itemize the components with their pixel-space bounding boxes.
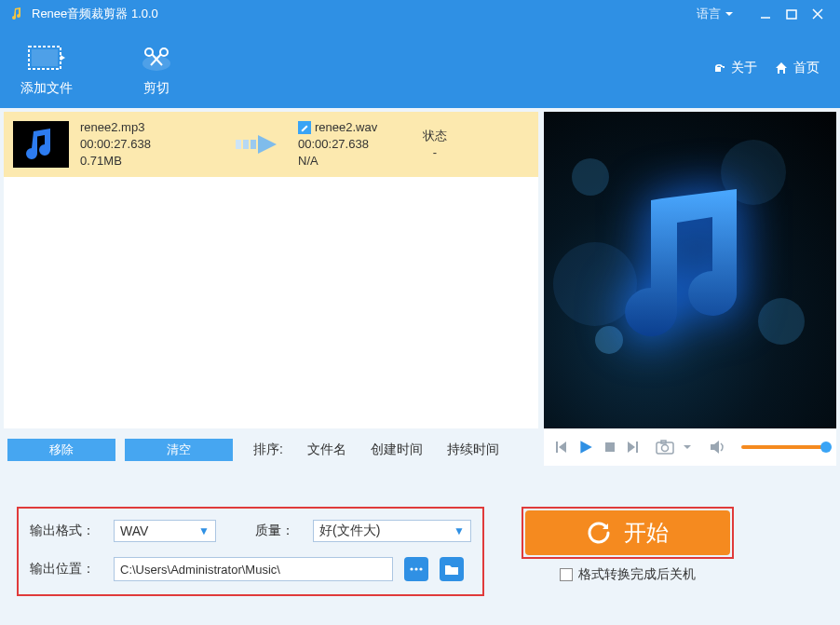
output-duration: 00:00:27.638 — [298, 136, 400, 153]
volume-slider[interactable] — [741, 445, 827, 449]
quality-select[interactable]: 好(文件大) ▼ — [313, 520, 471, 542]
format-value: WAV — [120, 523, 148, 538]
scissors-icon — [138, 39, 175, 76]
status-value: - — [433, 144, 437, 161]
thumbnail — [13, 121, 69, 168]
svg-point-16 — [662, 445, 669, 452]
title-bar: Renee音频裁剪器 1.0.0 语言 — [0, 0, 840, 28]
svg-rect-14 — [605, 442, 615, 452]
home-button[interactable]: 首页 — [774, 60, 820, 76]
source-filename: renee2.mp3 — [80, 119, 220, 136]
cut-button[interactable]: 剪切 — [138, 39, 175, 97]
svg-rect-1 — [787, 10, 796, 19]
svg-rect-5 — [32, 49, 58, 66]
cut-label: 剪切 — [143, 80, 169, 97]
main-toolbar: 添加文件 剪切 关于 首页 — [0, 28, 840, 108]
chevron-down-icon: ▼ — [198, 524, 210, 537]
player-controls — [544, 428, 836, 466]
svg-rect-11 — [236, 140, 241, 149]
chevron-down-icon: ▼ — [454, 524, 465, 537]
about-button[interactable]: 关于 — [711, 60, 757, 76]
app-title: Renee音频裁剪器 1.0.0 — [32, 6, 158, 22]
file-list: renee2.mp3 00:00:27.638 0.71MB — [4, 112, 538, 428]
filmstrip-icon — [28, 39, 65, 76]
refresh-icon — [587, 521, 611, 545]
status-column: 状态 - — [412, 128, 458, 161]
svg-rect-12 — [243, 140, 249, 149]
output-size: N/A — [298, 153, 400, 170]
stop-button[interactable] — [603, 441, 616, 454]
about-label: 关于 — [731, 60, 757, 76]
path-label: 输出位置： — [30, 561, 102, 577]
language-dropdown[interactable]: 语言 — [697, 6, 734, 22]
preview-panel — [544, 112, 836, 466]
more-path-button[interactable] — [404, 557, 428, 581]
sort-label: 排序: — [253, 442, 283, 458]
svg-point-20 — [419, 567, 422, 570]
path-input[interactable] — [114, 557, 393, 581]
shutdown-checkbox-row[interactable]: 格式转换完成后关机 — [560, 566, 696, 583]
svg-point-19 — [414, 567, 417, 570]
snapshot-caret-icon[interactable] — [684, 443, 691, 451]
preview-image — [544, 112, 836, 428]
prev-button[interactable] — [553, 440, 568, 455]
shutdown-label: 格式转换完成后关机 — [578, 566, 696, 583]
output-filename: renee2.wav — [315, 119, 377, 136]
language-label: 语言 — [697, 6, 721, 22]
add-file-button[interactable]: 添加文件 — [20, 39, 73, 97]
output-settings: 输出格式： WAV ▼ 质量： 好(文件大) ▼ 输出位置： — [17, 507, 484, 596]
quality-label: 质量： — [255, 523, 302, 539]
source-size: 0.71MB — [80, 153, 220, 170]
home-label: 首页 — [793, 60, 820, 76]
app-icon — [9, 7, 24, 21]
edit-output-icon[interactable] — [298, 121, 311, 134]
svg-point-18 — [410, 567, 413, 570]
source-info: renee2.mp3 00:00:27.638 0.71MB — [80, 119, 220, 170]
body: renee2.mp3 00:00:27.638 0.71MB — [0, 108, 840, 625]
source-duration: 00:00:27.638 — [80, 136, 220, 153]
music-note-icon — [616, 189, 765, 351]
format-select[interactable]: WAV ▼ — [114, 520, 216, 542]
close-button[interactable] — [805, 0, 831, 28]
quality-value: 好(文件大) — [319, 523, 380, 539]
output-info: renee2.wav 00:00:27.638 N/A — [298, 119, 400, 170]
start-button[interactable]: 开始 — [525, 510, 730, 555]
next-button[interactable] — [626, 440, 641, 455]
start-button-wrap: 开始 — [522, 507, 734, 559]
sort-by-created[interactable]: 创建时间 — [371, 442, 423, 458]
play-button[interactable] — [577, 439, 594, 455]
list-item[interactable]: renee2.mp3 00:00:27.638 0.71MB — [4, 112, 538, 177]
snapshot-button[interactable] — [656, 440, 674, 455]
shutdown-checkbox[interactable] — [560, 568, 573, 581]
list-actions: 移除 清空 排序: 文件名 创建时间 持续时间 — [4, 434, 538, 466]
volume-button[interactable] — [710, 440, 726, 455]
svg-rect-13 — [251, 140, 256, 149]
sort-by-name[interactable]: 文件名 — [307, 442, 346, 458]
sort-by-duration[interactable]: 持续时间 — [447, 442, 499, 458]
remove-button[interactable]: 移除 — [7, 439, 115, 461]
start-label: 开始 — [624, 518, 669, 548]
add-file-label: 添加文件 — [20, 80, 73, 97]
browse-folder-button[interactable] — [440, 557, 464, 581]
maximize-button[interactable] — [779, 0, 805, 28]
clear-button[interactable]: 清空 — [125, 439, 233, 461]
arrow-icon — [231, 132, 287, 156]
format-label: 输出格式： — [30, 523, 102, 539]
status-header: 状态 — [423, 128, 447, 144]
minimize-button[interactable] — [752, 0, 779, 28]
